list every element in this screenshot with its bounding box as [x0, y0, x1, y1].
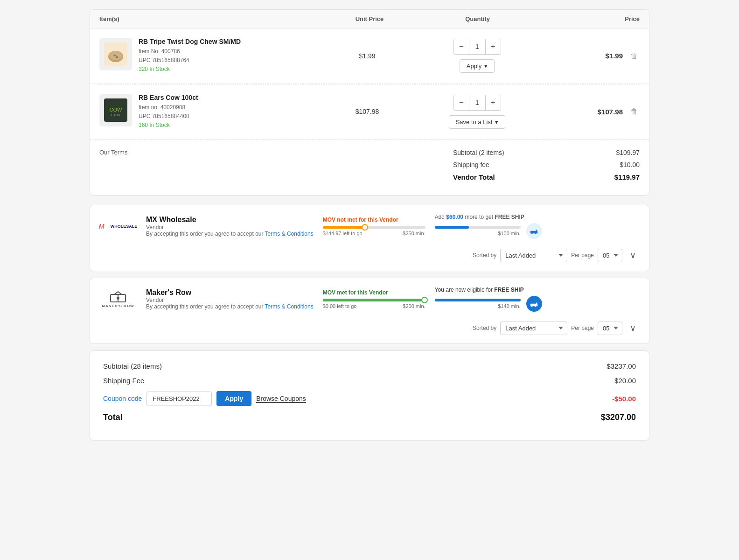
vendor-terms-link-mx[interactable]: Terms & Conditions [265, 231, 314, 237]
terms-totals: Our Terms Subtotal (2 items) $109.97 Shi… [90, 140, 649, 195]
price-col-2: $107.98 🗑 [534, 105, 640, 118]
our-terms: Our Terms [99, 149, 127, 156]
coupon-input[interactable] [146, 392, 212, 406]
mov-block-mx: MOV not met for this Vendor $144.97 left… [323, 217, 425, 236]
qty-control-1[interactable]: − + [453, 39, 501, 55]
item-no-2: Item no. 40020988 [139, 103, 198, 112]
dropdown-arrow-1: ▾ [484, 63, 488, 70]
sort-select-mx[interactable]: Last Added Price: Low to High Price: Hig… [500, 249, 567, 262]
col-items: Item(s) [99, 15, 315, 22]
delete-btn-2[interactable]: 🗑 [628, 105, 640, 118]
free-ship-text-mx: Add $60.00 more to get FREE SHIP [435, 214, 542, 220]
free-ship-track-mx [435, 226, 521, 229]
mov-min-makers: $200 min. [403, 303, 425, 309]
col-unit-price: Unit Price [315, 15, 424, 22]
dropdown-arrow-2: ▾ [495, 119, 498, 126]
free-ship-wrapper-mx: $100 min. [435, 223, 542, 239]
sorted-block-makers: Sorted by Last Added Price: Low to High … [473, 321, 640, 335]
per-page-label-makers: Per page [571, 325, 594, 331]
vendor-logo-mx: MX WHOLESALE [99, 215, 137, 238]
qty-input-2[interactable] [469, 95, 486, 110]
free-ship-text-makers: You are now eligible for FREE SHIP [435, 287, 542, 293]
vendor-header-mx: MX WHOLESALE MX Wholesale Vendor By acce… [99, 214, 640, 262]
free-ship-amount-mx: $60.00 [446, 214, 463, 220]
vendor-type-mx: Vendor [146, 224, 314, 231]
vendor-name-makers: Maker's Row [146, 288, 314, 297]
qty-control-2[interactable]: − + [453, 95, 501, 111]
save-to-list-btn-2[interactable]: Save to a List ▾ [449, 115, 506, 129]
summary-shipping-label: Shipping Fee [103, 377, 144, 385]
save-to-list-label-1: Apply [467, 63, 482, 70]
summary-shipping-value: $20.00 [614, 377, 636, 385]
sort-select-makers[interactable]: Last Added Price: Low to High Price: Hig… [500, 322, 567, 335]
price-value-1: $1.99 [605, 52, 623, 60]
vendor-info-mx: MX Wholesale Vendor By accepting this or… [146, 216, 314, 237]
item-upc-2: UPC 785165884400 [139, 112, 198, 121]
item-image-1: 🐾 [99, 38, 132, 70]
save-to-list-btn-1[interactable]: Apply ▾ [460, 59, 495, 73]
sorted-block-mx: Sorted by Last Added Price: Low to High … [473, 248, 640, 262]
item-upc-1: UPC 785165888764 [139, 56, 241, 65]
per-page-label-mx: Per page [571, 252, 594, 259]
free-ship-min-makers: $140 min. [435, 303, 521, 309]
svg-text:🐾: 🐾 [113, 54, 118, 58]
shipping-value: $10.00 [602, 161, 640, 168]
svg-point-12 [531, 306, 532, 307]
per-page-select-makers[interactable]: 05 10 20 [598, 322, 622, 335]
summary-shipping-row: Shipping Fee $20.00 [103, 377, 636, 385]
delete-btn-1[interactable]: 🗑 [628, 50, 640, 62]
ship-icon-mx [526, 223, 542, 239]
col-price: Price [531, 15, 640, 22]
mov-left-mx: $144.97 left to go [323, 231, 363, 236]
svg-point-8 [535, 233, 536, 234]
vendor-total-label: Vendor Total [453, 173, 495, 181]
qty-increase-1[interactable]: + [486, 39, 501, 54]
subtotal-label: Subtotal (2 items) [453, 149, 504, 156]
free-ship-track-makers [435, 299, 521, 301]
shipping-label: Shipping fee [453, 161, 489, 168]
free-ship-fill-mx [435, 226, 469, 229]
qty-decrease-2[interactable]: − [454, 95, 469, 110]
vendor-name-mx: MX Wholesale [146, 216, 314, 224]
collapse-btn-mx[interactable]: ∨ [626, 248, 640, 262]
vendor-section-makers: MAKER'S ROW Maker's Row Vendor By accept… [90, 278, 649, 344]
per-page-select-mx[interactable]: 05 10 20 [598, 249, 622, 262]
item-image-2: COW EARS [99, 94, 132, 126]
free-ship-block-makers: You are now eligible for FREE SHIP $140 … [435, 287, 542, 312]
item-name-2: RB Ears Cow 100ct [139, 94, 198, 101]
mov-progress-track-mx [323, 226, 425, 229]
free-ship-min-mx: $100 min. [435, 231, 521, 236]
qty-increase-2[interactable]: + [486, 95, 501, 110]
svg-point-13 [535, 306, 536, 307]
free-ship-wrapper-makers: $140 min. [435, 296, 542, 312]
vendor-terms-link-makers[interactable]: Terms & Conditions [265, 303, 314, 310]
item-details-2: RB Ears Cow 100ct Item no. 40020988 UPC … [139, 94, 198, 130]
qty-decrease-1[interactable]: − [454, 39, 469, 54]
summary-section: Subtotal (28 items) $3237.00 Shipping Fe… [90, 350, 649, 441]
item-details-1: RB Tripe Twist Dog Chew SM/MD Item No. 4… [139, 38, 241, 74]
sort-label-makers: Sorted by [473, 325, 496, 331]
summary-total-row: Total $3207.00 [103, 413, 636, 422]
item-stock-2: 160 In Stock [139, 121, 198, 130]
qty-input-1[interactable] [469, 39, 486, 54]
item-stock-1: 320 In Stock [139, 65, 241, 74]
mov-labels-mx: $144.97 left to go $250 min. [323, 231, 425, 236]
apply-button[interactable]: Apply [216, 391, 251, 406]
coupon-row: Coupon code Apply Browse Coupons -$50.00 [103, 391, 636, 406]
col-quantity: Quantity [424, 15, 532, 22]
vendor-info-makers: Maker's Row Vendor By accepting this ord… [146, 288, 314, 310]
shipping-row: Shipping fee $10.00 [453, 161, 640, 168]
mov-label-mx: MOV not met for this Vendor [323, 217, 425, 223]
summary-subtotal-label: Subtotal (28 items) [103, 362, 162, 370]
free-ship-block-mx: Add $60.00 more to get FREE SHIP $100 mi… [435, 214, 542, 239]
browse-coupons-link[interactable]: Browse Coupons [256, 395, 306, 403]
unit-price-1: $1.99 [314, 52, 420, 60]
svg-text:COW: COW [110, 107, 123, 112]
subtotal-row: Subtotal (2 items) $109.97 [453, 149, 640, 156]
subtotal-value: $109.97 [602, 149, 640, 156]
save-to-list-label-2: Save to a List [456, 119, 493, 126]
mov-labels-makers: $0.00 left to go $200 min. [323, 303, 425, 309]
cart-item-2: COW EARS RB Ears Cow 100ct Item no. 4002… [90, 84, 649, 140]
vendor-type-makers: Vendor [146, 297, 314, 303]
collapse-btn-makers[interactable]: ∨ [626, 321, 640, 335]
